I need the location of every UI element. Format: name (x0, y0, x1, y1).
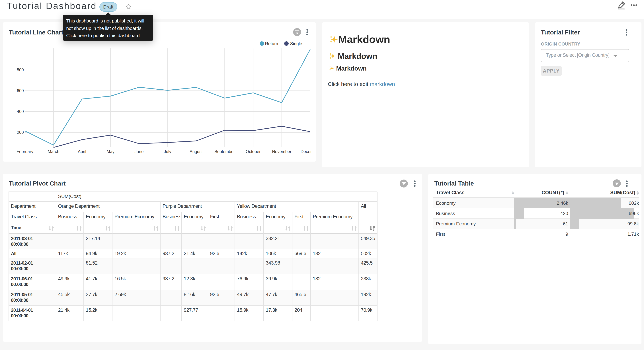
svg-text:February: February (16, 149, 34, 154)
svg-text:800: 800 (17, 68, 24, 72)
svg-text:July: July (164, 149, 171, 154)
svg-text:April: April (78, 149, 86, 154)
svg-text:December: December (300, 149, 311, 154)
svg-text:600: 600 (17, 88, 24, 93)
svg-text:March: March (48, 149, 59, 154)
svg-text:November: November (272, 149, 291, 154)
svg-text:October: October (246, 149, 261, 154)
svg-text:September: September (214, 149, 235, 154)
svg-text:Single: Single (290, 41, 302, 46)
svg-text:400: 400 (17, 109, 24, 114)
svg-text:Return: Return (265, 41, 278, 46)
svg-text:200: 200 (17, 130, 24, 135)
svg-text:August: August (190, 149, 203, 154)
svg-text:June: June (134, 149, 144, 154)
svg-text:May: May (107, 149, 115, 154)
